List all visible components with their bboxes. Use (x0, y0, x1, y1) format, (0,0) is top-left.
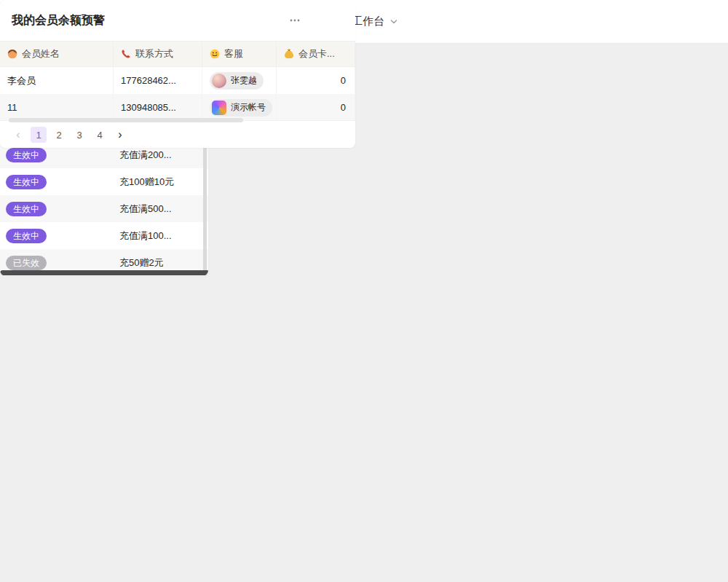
more-icon[interactable] (288, 14, 301, 27)
pagination-page-4[interactable]: 4 (92, 127, 108, 143)
table-row[interactable]: 11 130948085... 演示帐号 0 (0, 94, 355, 121)
balance-table-header: 会员姓名 联系方式 客服 会员卡... (0, 41, 355, 67)
table-row[interactable]: 生效中 充值满500... (0, 195, 208, 222)
pagination-page-1[interactable]: 1 (31, 127, 47, 143)
smiley-icon (210, 49, 220, 59)
contact-cell: 177628462... (114, 67, 202, 94)
pagination-next[interactable]: › (112, 127, 128, 143)
balance-alert-card: 我的会员余额预警 会员姓名 联系方式 客服 会员卡 (0, 0, 355, 148)
balance-alert-title: 我的会员余额预警 (12, 13, 105, 28)
pagination-page-2[interactable]: 2 (51, 127, 67, 143)
column-header-member-card[interactable]: 会员卡... (277, 42, 355, 66)
column-header-member-name[interactable]: 会员姓名 (0, 42, 114, 66)
member-face-icon (7, 49, 17, 59)
status-badge: 生效中 (6, 229, 47, 243)
status-badge: 已失效 (6, 256, 47, 270)
policy-name-cell: 充值满500... (118, 202, 208, 216)
table-row[interactable]: 李会员 177628462... 张雯越 0 (0, 67, 355, 94)
member-name-cell: 11 (0, 94, 114, 121)
horizontal-scrollbar[interactable] (9, 118, 243, 122)
policy-name-cell: 充100赠10元 (118, 176, 208, 189)
balance-cell: 0 (277, 67, 355, 94)
service-pill: 演示帐号 (210, 99, 272, 117)
status-badge: 生效中 (6, 202, 47, 216)
policy-name-cell: 充值满200... (118, 149, 208, 162)
balance-cell: 0 (277, 94, 355, 121)
moneybag-icon (284, 49, 294, 59)
contact-cell: 130948085... (114, 94, 202, 121)
table-footer: ‹ 1 2 3 4 › (0, 120, 355, 148)
service-name: 张雯越 (231, 74, 257, 87)
pagination-prev[interactable]: ‹ (10, 127, 26, 143)
service-cell: 演示帐号 (202, 94, 277, 121)
policy-name-cell: 充50赠2元 (118, 256, 208, 270)
pagination-page-3[interactable]: 3 (71, 127, 87, 143)
service-pill: 张雯越 (210, 72, 264, 90)
avatar (212, 74, 226, 88)
column-header-contact[interactable]: 联系方式 (114, 42, 202, 66)
chevron-down-icon[interactable] (389, 17, 398, 26)
status-badge: 生效中 (6, 175, 47, 189)
pagination: ‹ 1 2 3 4 › (10, 127, 128, 143)
table-row[interactable]: 生效中 充100赠10元 (0, 168, 208, 195)
avatar (212, 101, 226, 115)
column-header-service[interactable]: 客服 (202, 42, 277, 66)
table-row[interactable]: 生效中 充值满100... (0, 222, 208, 249)
member-name-cell: 李会员 (0, 67, 114, 94)
policy-name-cell: 充值满100... (118, 229, 208, 243)
phone-icon (121, 49, 131, 59)
service-name: 演示帐号 (231, 101, 266, 114)
status-badge: 生效中 (6, 148, 47, 162)
service-cell: 张雯越 (202, 67, 277, 94)
horizontal-scrollbar[interactable] (0, 270, 208, 275)
